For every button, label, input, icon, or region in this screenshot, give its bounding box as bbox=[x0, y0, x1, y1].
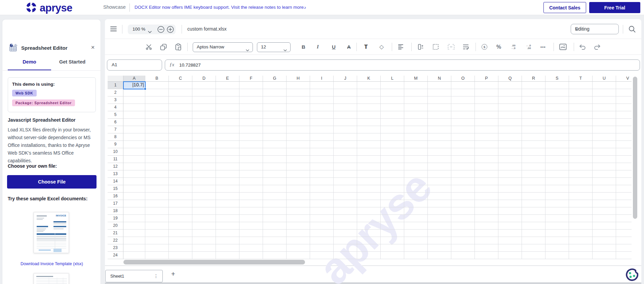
cell-U11[interactable] bbox=[593, 156, 616, 163]
cell-J21[interactable] bbox=[334, 230, 357, 237]
cell-B12[interactable] bbox=[145, 163, 169, 170]
column-header-F[interactable]: F bbox=[239, 76, 263, 82]
cell-H22[interactable] bbox=[287, 237, 310, 244]
column-header-G[interactable]: G bbox=[263, 76, 287, 82]
cell-U19[interactable] bbox=[593, 215, 616, 222]
cell-O9[interactable] bbox=[451, 141, 475, 148]
sheet-menu-icon[interactable]: ⋮ bbox=[154, 273, 158, 279]
cell-K6[interactable] bbox=[357, 119, 381, 126]
italic-button[interactable]: I bbox=[317, 39, 319, 55]
cell-K8[interactable] bbox=[357, 133, 381, 141]
cell-F19[interactable] bbox=[239, 215, 263, 222]
cell-R16[interactable] bbox=[522, 193, 545, 200]
cell-B15[interactable] bbox=[145, 185, 169, 193]
cell-O6[interactable] bbox=[451, 119, 475, 126]
cell-J15[interactable] bbox=[334, 185, 357, 193]
cell-G5[interactable] bbox=[263, 111, 287, 119]
cell-T2[interactable] bbox=[569, 89, 593, 96]
cell-Q17[interactable] bbox=[498, 200, 522, 207]
cell-O2[interactable] bbox=[451, 89, 475, 96]
cell-K15[interactable] bbox=[357, 185, 381, 193]
column-header-T[interactable]: T bbox=[569, 76, 593, 82]
cell-J3[interactable] bbox=[334, 96, 357, 104]
cell-O12[interactable] bbox=[451, 163, 475, 170]
cell-S10[interactable] bbox=[545, 148, 569, 156]
cell-B3[interactable] bbox=[145, 96, 169, 104]
choose-file-button[interactable]: Choose File bbox=[7, 175, 97, 189]
cell-D5[interactable] bbox=[192, 111, 216, 119]
cell-B2[interactable] bbox=[145, 89, 169, 96]
cell-U10[interactable] bbox=[593, 148, 616, 156]
cell-U7[interactable] bbox=[593, 126, 616, 133]
cell-J8[interactable] bbox=[334, 133, 357, 141]
cell-F18[interactable] bbox=[239, 207, 263, 215]
cell-I20[interactable] bbox=[310, 222, 334, 230]
cell-O8[interactable] bbox=[451, 133, 475, 141]
cell-J18[interactable] bbox=[334, 207, 357, 215]
cell-L22[interactable] bbox=[381, 237, 404, 244]
cell-C11[interactable] bbox=[169, 156, 192, 163]
cell-B8[interactable] bbox=[145, 133, 169, 141]
cell-K11[interactable] bbox=[357, 156, 381, 163]
cell-B4[interactable] bbox=[145, 104, 169, 111]
cell-C21[interactable] bbox=[169, 230, 192, 237]
cell-J9[interactable] bbox=[334, 141, 357, 148]
cell-R6[interactable] bbox=[522, 119, 545, 126]
cell-I7[interactable] bbox=[310, 126, 334, 133]
cell-N19[interactable] bbox=[428, 215, 451, 222]
cell-N14[interactable] bbox=[428, 178, 451, 185]
cell-C19[interactable] bbox=[169, 215, 192, 222]
cell-J14[interactable] bbox=[334, 178, 357, 185]
cell-F4[interactable] bbox=[239, 104, 263, 111]
cell-M4[interactable] bbox=[404, 104, 428, 111]
cell-F14[interactable] bbox=[239, 178, 263, 185]
cell-R18[interactable] bbox=[522, 207, 545, 215]
cell-L2[interactable] bbox=[381, 89, 404, 96]
cell-S3[interactable] bbox=[545, 96, 569, 104]
cell-S8[interactable] bbox=[545, 133, 569, 141]
cell-T7[interactable] bbox=[569, 126, 593, 133]
cell-T3[interactable] bbox=[569, 96, 593, 104]
chevron-down-icon[interactable] bbox=[148, 29, 152, 35]
cell-E21[interactable] bbox=[216, 230, 239, 237]
cell-R7[interactable] bbox=[522, 126, 545, 133]
cell-E18[interactable] bbox=[216, 207, 239, 215]
cell-H7[interactable] bbox=[287, 126, 310, 133]
cell-P1[interactable] bbox=[475, 82, 498, 89]
cell-P4[interactable] bbox=[475, 104, 498, 111]
cell-A9[interactable] bbox=[123, 141, 145, 148]
font-size-select[interactable]: 12 bbox=[257, 42, 291, 52]
cell-V1[interactable] bbox=[616, 82, 632, 89]
cell-P7[interactable] bbox=[475, 126, 498, 133]
sheet-tab[interactable]: Sheet1 ⋮ bbox=[105, 270, 163, 282]
cell-F21[interactable] bbox=[239, 230, 263, 237]
cell-D14[interactable] bbox=[192, 178, 216, 185]
cell-J13[interactable] bbox=[334, 170, 357, 178]
wrap-text-button[interactable] bbox=[462, 39, 469, 55]
cell-O1[interactable] bbox=[451, 82, 475, 89]
cell-S15[interactable] bbox=[545, 185, 569, 193]
cell-B14[interactable] bbox=[145, 178, 169, 185]
cell-S18[interactable] bbox=[545, 207, 569, 215]
cell-A22[interactable] bbox=[123, 237, 145, 244]
cell-J12[interactable] bbox=[334, 163, 357, 170]
cell-M2[interactable] bbox=[404, 89, 428, 96]
cell-O11[interactable] bbox=[451, 156, 475, 163]
column-header-A[interactable]: A bbox=[123, 76, 145, 82]
cell-Q18[interactable] bbox=[498, 207, 522, 215]
cell-A2[interactable] bbox=[123, 89, 145, 96]
cell-S9[interactable] bbox=[545, 141, 569, 148]
cell-F24[interactable] bbox=[239, 252, 263, 259]
cell-A1[interactable]: |10.7| bbox=[123, 82, 145, 89]
cell-M9[interactable] bbox=[404, 141, 428, 148]
cell-N11[interactable] bbox=[428, 156, 451, 163]
cell-V7[interactable] bbox=[616, 126, 632, 133]
row-header-20[interactable]: 20 bbox=[108, 222, 123, 230]
cell-C2[interactable] bbox=[169, 89, 192, 96]
row-header-22[interactable]: 22 bbox=[108, 237, 123, 244]
cell-N22[interactable] bbox=[428, 237, 451, 244]
cell-H12[interactable] bbox=[287, 163, 310, 170]
row-header-14[interactable]: 14 bbox=[108, 178, 123, 185]
cell-P6[interactable] bbox=[475, 119, 498, 126]
cell-C7[interactable] bbox=[169, 126, 192, 133]
